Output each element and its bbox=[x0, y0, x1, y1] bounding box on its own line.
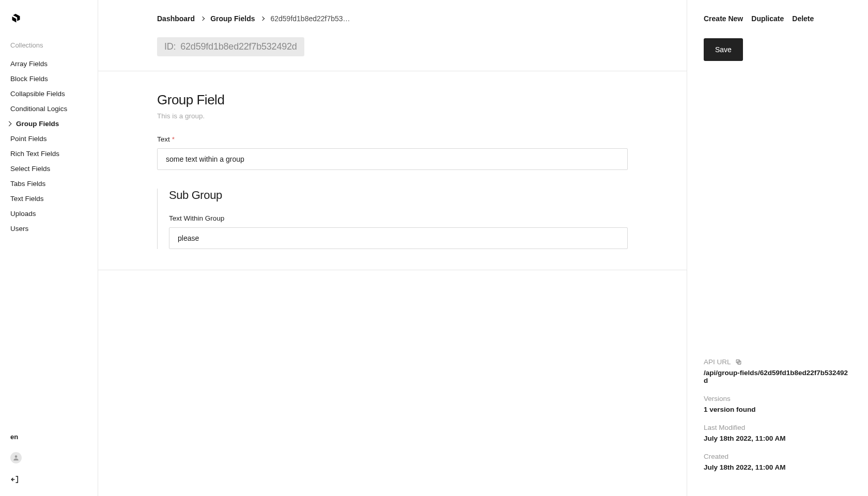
field-label-text: Text bbox=[157, 135, 170, 143]
sidebar-item-label: Collapsible Fields bbox=[10, 90, 65, 98]
breadcrumb-group-fields[interactable]: Group Fields bbox=[210, 14, 255, 23]
chevron-right-icon bbox=[200, 17, 205, 21]
save-button[interactable]: Save bbox=[704, 38, 743, 61]
document-id-pill: ID: 62d59fd1b8ed22f7b532492d bbox=[157, 37, 304, 56]
group-field-title: Group Field bbox=[157, 92, 628, 108]
text-field-label: Text* bbox=[157, 135, 628, 143]
logout-icon[interactable] bbox=[10, 475, 87, 486]
sidebar-item-conditional-logics[interactable]: Conditional Logics bbox=[0, 101, 98, 116]
sidebar-item-tabs-fields[interactable]: Tabs Fields bbox=[0, 176, 98, 191]
svg-point-0 bbox=[15, 455, 18, 458]
versions-value[interactable]: 1 version found bbox=[704, 406, 851, 413]
sidebar-item-select-fields[interactable]: Select Fields bbox=[0, 161, 98, 176]
app-logo[interactable] bbox=[0, 12, 98, 25]
sidebar: Collections Array Fields Block Fields Co… bbox=[0, 0, 98, 496]
required-indicator: * bbox=[172, 135, 175, 143]
sidebar-item-label: Select Fields bbox=[10, 165, 50, 173]
last-modified-value: July 18th 2022, 11:00 AM bbox=[704, 435, 851, 442]
sub-group: Sub Group Text Within Group bbox=[157, 189, 628, 249]
id-value: 62d59fd1b8ed22f7b532492d bbox=[180, 41, 297, 52]
main-content: Dashboard Group Fields 62d59fd1b8ed22f7b… bbox=[98, 0, 687, 496]
sidebar-item-collapsible-fields[interactable]: Collapsible Fields bbox=[0, 86, 98, 101]
duplicate-button[interactable]: Duplicate bbox=[751, 14, 784, 23]
divider bbox=[98, 270, 687, 270]
sidebar-item-label: Group Fields bbox=[16, 120, 59, 128]
sidebar-item-label: Block Fields bbox=[10, 75, 48, 83]
breadcrumb-dashboard[interactable]: Dashboard bbox=[157, 14, 195, 23]
sidebar-item-label: Users bbox=[10, 225, 28, 233]
sidebar-item-label: Tabs Fields bbox=[10, 180, 45, 188]
api-url-label: API URL bbox=[704, 358, 851, 366]
locale-selector[interactable]: en bbox=[10, 433, 87, 441]
sidebar-item-text-fields[interactable]: Text Fields bbox=[0, 191, 98, 206]
breadcrumb: Dashboard Group Fields 62d59fd1b8ed22f7b… bbox=[157, 14, 350, 23]
sidebar-item-label: Uploads bbox=[10, 210, 36, 218]
right-rail: Create New Duplicate Delete Save API URL… bbox=[687, 0, 868, 496]
copy-icon[interactable] bbox=[735, 359, 742, 365]
sub-group-title: Sub Group bbox=[169, 189, 628, 202]
group-field-description: This is a group. bbox=[157, 112, 628, 120]
sidebar-item-array-fields[interactable]: Array Fields bbox=[0, 56, 98, 71]
sidebar-item-point-fields[interactable]: Point Fields bbox=[0, 131, 98, 146]
last-modified-label: Last Modified bbox=[704, 424, 851, 431]
sidebar-nav: Array Fields Block Fields Collapsible Fi… bbox=[0, 56, 98, 236]
sidebar-section-label: Collections bbox=[0, 41, 98, 49]
text-field-input[interactable] bbox=[157, 148, 628, 170]
sidebar-item-label: Point Fields bbox=[10, 135, 47, 143]
breadcrumb-current: 62d59fd1b8ed22f7b53… bbox=[270, 14, 350, 23]
sidebar-item-label: Conditional Logics bbox=[10, 105, 67, 113]
sidebar-item-users[interactable]: Users bbox=[0, 221, 98, 236]
document-meta: API URL /api/group-fields/62d59fd1b8ed22… bbox=[704, 358, 851, 482]
sidebar-item-group-fields[interactable]: Group Fields bbox=[0, 116, 98, 131]
sidebar-item-label: Array Fields bbox=[10, 60, 48, 68]
versions-label: Versions bbox=[704, 395, 851, 402]
subgroup-text-field-input[interactable] bbox=[169, 227, 628, 249]
id-label: ID: bbox=[164, 41, 176, 52]
sidebar-item-rich-text-fields[interactable]: Rich Text Fields bbox=[0, 146, 98, 161]
rail-actions: Create New Duplicate Delete bbox=[704, 14, 851, 23]
sidebar-item-block-fields[interactable]: Block Fields bbox=[0, 71, 98, 86]
sidebar-item-label: Rich Text Fields bbox=[10, 150, 59, 158]
delete-button[interactable]: Delete bbox=[792, 14, 814, 23]
create-new-button[interactable]: Create New bbox=[704, 14, 743, 23]
sidebar-item-label: Text Fields bbox=[10, 195, 44, 203]
subgroup-text-field-label: Text Within Group bbox=[169, 214, 628, 222]
sidebar-item-uploads[interactable]: Uploads bbox=[0, 206, 98, 221]
chevron-right-icon bbox=[260, 17, 265, 21]
api-url-value[interactable]: /api/group-fields/62d59fd1b8ed22f7b53249… bbox=[704, 369, 851, 384]
created-label: Created bbox=[704, 453, 851, 460]
meta-label-text: API URL bbox=[704, 358, 731, 366]
created-value: July 18th 2022, 11:00 AM bbox=[704, 463, 851, 471]
user-avatar[interactable] bbox=[10, 452, 22, 463]
